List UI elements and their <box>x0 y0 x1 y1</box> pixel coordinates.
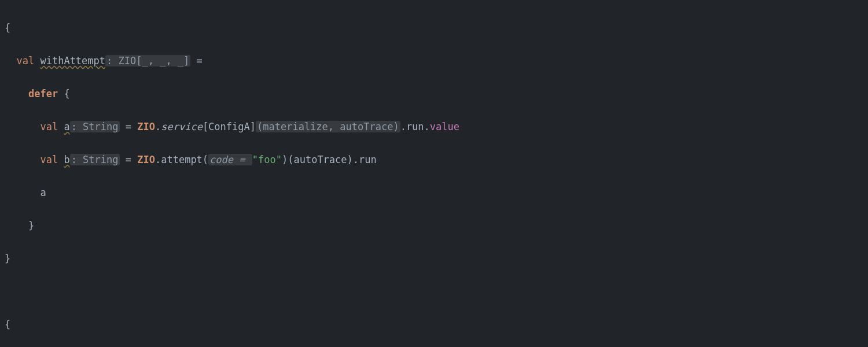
code-line: defer { <box>5 86 868 102</box>
identifier: b <box>64 154 69 165</box>
code-line: } <box>5 217 868 234</box>
type-zio: ZIO <box>137 154 155 165</box>
named-param: code = <box>208 154 252 165</box>
keyword-val: val <box>40 154 58 165</box>
code-line: a <box>5 184 868 201</box>
code-editor[interactable]: { val withAttempt: ZIO[_, _, _] = defer … <box>0 0 868 347</box>
code-line: { <box>5 20 868 36</box>
string-literal: foo <box>258 154 276 165</box>
type-hint: : String <box>70 154 120 165</box>
identifier: withAttempt <box>40 55 105 67</box>
keyword-val: val <box>40 121 58 132</box>
property-value: value <box>430 121 459 132</box>
type-hint: : ZIO[_, _, _] <box>105 55 190 67</box>
keyword-val: val <box>16 55 34 67</box>
string-open-quote: " <box>252 154 258 165</box>
keyword-defer: defer <box>28 88 58 99</box>
type-hint: : String <box>70 121 120 132</box>
type-zio: ZIO <box>137 121 155 132</box>
code-line: val a: String = ZIO.service[ConfigA](mat… <box>5 119 868 135</box>
code-line: val b: String = ZIO.attempt(code = "foo"… <box>5 152 868 168</box>
code-line: { <box>5 316 868 333</box>
code-line: } <box>5 250 868 267</box>
implicit-args: (materialize, autoTrace) <box>256 121 400 132</box>
code-line: val withAttempt: ZIO[_, _, _] = <box>5 53 868 69</box>
string-close-quote: " <box>276 154 282 165</box>
code-line <box>5 283 868 300</box>
method-service: service <box>161 121 203 132</box>
identifier: a <box>64 121 69 132</box>
